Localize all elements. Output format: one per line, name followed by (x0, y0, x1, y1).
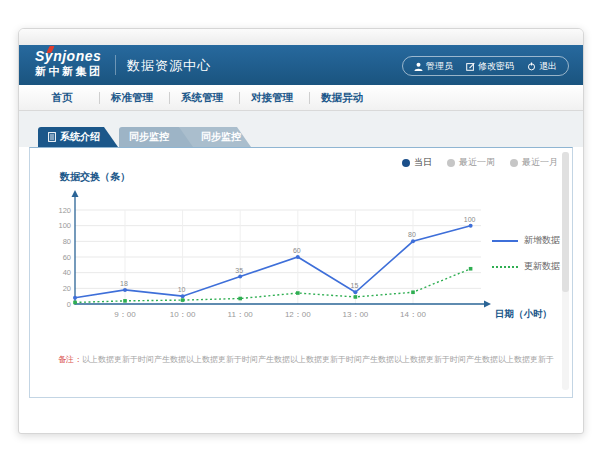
svg-text:35: 35 (235, 267, 243, 274)
svg-text:120: 120 (58, 206, 71, 215)
edit-icon (466, 62, 475, 71)
document-icon (48, 132, 56, 142)
footnote-prefix: 备注： (58, 355, 82, 364)
app-window: Synjones 新中新集团 数据资源中心 管理员 修改密码 退出 首页 标准管… (18, 28, 584, 434)
footnote: 备注：以上数据更新于时间产生数据以上数据更新于时间产生数据以上数据更新于时间产生… (58, 354, 563, 365)
tab-label: 系统介绍 (60, 130, 100, 144)
radio-dot (510, 159, 518, 167)
user-menu[interactable]: 管理员 (414, 60, 453, 73)
user-name: 管理员 (426, 60, 453, 73)
svg-text:100: 100 (58, 221, 71, 230)
change-password-label: 修改密码 (478, 60, 514, 73)
svg-text:100: 100 (464, 216, 476, 223)
svg-text:80: 80 (63, 237, 71, 246)
tab-system-intro[interactable]: 系统介绍 (38, 127, 118, 147)
svg-text:10: 10 (178, 286, 186, 293)
radio-last-month[interactable]: 最近一月 (510, 156, 558, 169)
svg-text:0: 0 (67, 300, 71, 309)
svg-text:15: 15 (351, 282, 359, 289)
nav-item-interface-mgmt[interactable]: 对接管理 (237, 91, 307, 105)
logout-label: 退出 (539, 60, 557, 73)
radio-dot (402, 159, 410, 167)
logout-button[interactable]: 退出 (527, 60, 557, 73)
nav-item-system-mgmt[interactable]: 系统管理 (167, 91, 237, 105)
header-divider (115, 55, 116, 75)
radio-label: 当日 (414, 156, 432, 169)
user-icon (414, 62, 423, 71)
user-toolbar: 管理员 修改密码 退出 (402, 56, 569, 76)
change-password-button[interactable]: 修改密码 (466, 60, 514, 73)
footnote-text: 以上数据更新于时间产生数据以上数据更新于时间产生数据以上数据更新于时间产生数据以… (82, 355, 554, 364)
legend-line-blue (492, 240, 518, 242)
svg-text:80: 80 (408, 231, 416, 238)
svg-text:14：00: 14：00 (400, 310, 426, 319)
legend-item-new-data[interactable]: 新增数据 (492, 234, 560, 247)
nav-item-data-change[interactable]: 数据异动 (307, 91, 377, 105)
legend-label: 新增数据 (524, 234, 560, 247)
legend-label: 更新数据 (524, 260, 560, 273)
power-icon (527, 62, 536, 71)
legend-item-updated-data[interactable]: 更新数据 (492, 260, 560, 273)
svg-text:11：00: 11：00 (228, 310, 254, 319)
radio-dot (447, 159, 455, 167)
nav-item-standard-mgmt[interactable]: 标准管理 (97, 91, 167, 105)
app-header: Synjones 新中新集团 数据资源中心 管理员 修改密码 退出 (19, 45, 583, 86)
app-title: 数据资源中心 (127, 57, 211, 75)
svg-text:60: 60 (63, 253, 71, 262)
line-chart: 9：0010：0011：0012：0013：0014：0002040608010… (55, 186, 555, 336)
svg-text:18: 18 (120, 280, 128, 287)
tab-label: 同步监控 (201, 130, 241, 144)
svg-text:12：00: 12：00 (285, 310, 311, 319)
legend-line-green (492, 266, 518, 268)
svg-text:20: 20 (63, 284, 71, 293)
radio-label: 最近一月 (522, 156, 558, 169)
content-panel: 当日 最近一周 最近一月 数据交换（条） 9：0010：0011：0012：00… (29, 147, 573, 398)
svg-text:9：00: 9：00 (114, 310, 136, 319)
brand-logo: Synjones 新中新集团 (35, 49, 103, 77)
radio-last-week[interactable]: 最近一周 (447, 156, 495, 169)
main-nav: 首页 标准管理 系统管理 对接管理 数据异动 (19, 85, 583, 111)
logo-subtitle: 新中新集团 (35, 66, 103, 77)
nav-item-home[interactable]: 首页 (27, 91, 97, 105)
svg-text:10：00: 10：00 (170, 310, 196, 319)
range-filter-group: 当日 最近一周 最近一月 (402, 156, 558, 169)
scrollbar-thumb[interactable] (562, 152, 569, 292)
logo-text: Synjones (35, 49, 103, 63)
svg-text:60: 60 (293, 247, 301, 254)
svg-text:40: 40 (63, 268, 71, 277)
radio-label: 最近一周 (459, 156, 495, 169)
svg-text:13：00: 13：00 (343, 310, 369, 319)
chart-legend: 新增数据 更新数据 (492, 234, 560, 286)
tab-label: 同步监控 (129, 130, 169, 144)
panel-scrollbar (562, 152, 569, 390)
svg-text:日期（小时）: 日期（小时） (495, 308, 552, 320)
y-axis-title: 数据交换（条） (60, 170, 130, 184)
radio-today[interactable]: 当日 (402, 156, 432, 169)
tab-strip: 同步监控 同步监控 系统介绍 (19, 127, 583, 147)
window-chrome (19, 29, 583, 46)
